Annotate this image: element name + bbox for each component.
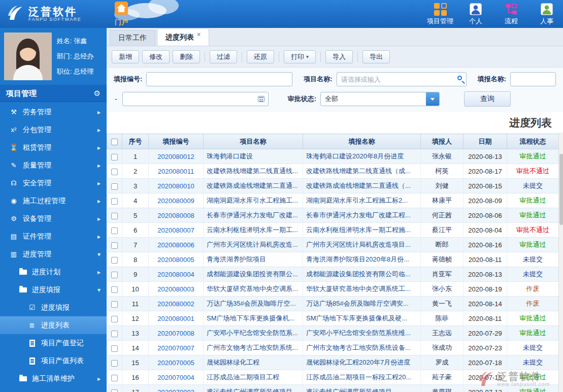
sidebar-item-lease[interactable]: ⌛租赁管理▸ [0, 139, 107, 156]
cell-report-no[interactable]: 2020070004 [149, 370, 204, 385]
cell-report-name[interactable]: 改建铁路成渝线增建第二直通线（... [303, 179, 421, 193]
print-button[interactable]: 打印▾ [284, 50, 316, 63]
column-header[interactable]: 填报人 [421, 134, 463, 149]
row-checkbox[interactable] [111, 286, 118, 293]
column-header[interactable]: 流程状态 [507, 134, 559, 149]
sidebar-item-quality[interactable]: ✎质量管理▸ [0, 156, 107, 174]
cell-report-name[interactable]: 江苏成品油二期项目一标段工程20... [303, 370, 421, 385]
cell-report-no[interactable]: 2020080002 [149, 297, 204, 311]
cell-report-no[interactable]: 2020080004 [149, 267, 204, 282]
row-checkbox[interactable] [111, 257, 118, 264]
row-checkbox[interactable] [111, 375, 118, 381]
tab-daily-work[interactable]: 日常工作 [110, 30, 155, 46]
nav-hr[interactable]: 人事 [532, 2, 562, 26]
cell-report-name[interactable]: 长春市伊通河水力发电厂改建工程... [303, 208, 421, 223]
sidebar-section-project-management[interactable]: 项目管理 ⚙ [0, 85, 107, 102]
cell-report-name[interactable]: 华软大厦研究基地中央空调系统工... [303, 282, 421, 297]
cell-project-name[interactable]: 江苏成品油二期项目工程 [204, 370, 303, 385]
sidebar-item-equipment[interactable]: ⚙设备管理▸ [0, 210, 107, 227]
cell-report-no[interactable]: 2020080011 [149, 164, 204, 179]
gear-icon[interactable]: ⚙ [94, 89, 101, 98]
cell-report-no[interactable]: 2020080005 [149, 252, 204, 267]
row-checkbox[interactable] [111, 272, 118, 278]
cell-project-name[interactable]: 广州市天河区统计局机房改造... [204, 238, 303, 252]
row-checkbox[interactable] [111, 242, 118, 249]
cell-report-name[interactable]: 广安邓小平纪念馆安全防范系统维... [303, 326, 421, 341]
vertical-scrollbar[interactable] [558, 133, 563, 392]
cell-report-no[interactable]: 2020080001 [149, 311, 204, 326]
cell-report-no[interactable]: 2020070005 [149, 355, 204, 370]
row-checkbox[interactable] [111, 227, 118, 234]
cell-report-name[interactable]: 睿运专线广州调度所装修项目 [303, 385, 421, 392]
row-checkbox[interactable] [111, 198, 118, 205]
row-checkbox[interactable] [111, 360, 118, 367]
cell-project-name[interactable]: 成都能源建设集团投资有限公... [204, 267, 303, 282]
cell-report-name[interactable]: 湖南洞庭湖水库引水工程施工标2... [303, 193, 421, 208]
row-checkbox[interactable] [111, 169, 118, 175]
cell-report-no[interactable]: 2020070003 [149, 385, 204, 392]
edit-button[interactable]: 修改 [142, 50, 170, 63]
cell-report-name[interactable]: 改建铁路线增建第二线直通线（成... [303, 164, 421, 179]
new-button[interactable]: 新增 [112, 50, 139, 63]
sidebar-item-progress-fill[interactable]: 进度填报▾ [0, 281, 107, 299]
calendar-icon[interactable] [258, 96, 264, 102]
row-checkbox[interactable] [111, 154, 118, 160]
cell-project-name[interactable]: 湖南洞庭湖水库引水工程施工... [204, 193, 303, 208]
cell-report-no[interactable]: 2020080008 [149, 208, 204, 223]
sidebar-item-certificate[interactable]: ▤证件管理▸ [0, 227, 107, 245]
project-name-input[interactable] [337, 72, 467, 86]
nav-process[interactable]: 流程 [496, 2, 526, 26]
cell-project-name[interactable]: 华软大厦研究基地中央空调系... [204, 282, 303, 297]
row-checkbox[interactable] [111, 301, 118, 308]
select-all-checkbox[interactable] [111, 139, 118, 145]
filter-button[interactable]: 过滤 [210, 50, 237, 63]
sidebar-item-output-list[interactable]: 项目产值列表 [0, 352, 107, 370]
sidebar-item-subcontract[interactable]: x²分包管理▸ [0, 121, 107, 139]
cell-project-name[interactable]: 珠海鹤港口建设 [204, 149, 303, 164]
sidebar-item-labor[interactable]: ⚒劳务管理▸ [0, 103, 107, 121]
cell-report-no[interactable]: 2020080007 [149, 223, 204, 238]
sidebar-item-progress-list[interactable]: ≣进度列表 [0, 316, 107, 334]
cell-project-name[interactable]: 万达广场35#会所及咖啡厅空... [204, 297, 303, 311]
cell-report-name[interactable]: 广州市文物考古工地安防系统设备... [303, 341, 421, 355]
nav-portal[interactable]: 门户 [107, 1, 136, 27]
row-checkbox[interactable] [111, 183, 118, 190]
cell-report-no[interactable]: 2020080009 [149, 193, 204, 208]
import-button[interactable]: 导入 [325, 50, 353, 63]
row-checkbox[interactable] [111, 389, 118, 392]
sidebar-item-progress-fill-form[interactable]: ☑进度填报 [0, 299, 107, 316]
row-checkbox[interactable] [111, 331, 118, 337]
sidebar-item-progress[interactable]: ▥进度管理▾ [0, 245, 107, 263]
cell-project-name[interactable]: 云南水利枢纽潜明水库一期工... [204, 223, 303, 238]
column-header[interactable]: 填报名称 [303, 134, 421, 149]
cell-report-name[interactable]: 云南水利枢纽潜明水库一期工程施... [303, 223, 421, 238]
cell-report-no[interactable]: 2020070007 [149, 341, 204, 355]
row-checkbox[interactable] [111, 213, 118, 219]
cell-project-name[interactable]: 广安邓小平纪念馆安全防范系... [204, 326, 303, 341]
cell-report-name[interactable]: 广州市天河区统计局机房改造项目... [303, 238, 421, 252]
row-checkbox[interactable] [111, 316, 118, 322]
tab-progress-list[interactable]: 进度列表× [157, 28, 209, 46]
nav-personal[interactable]: 个人 [460, 2, 491, 26]
column-header[interactable]: 填报编号 [149, 134, 204, 149]
close-icon[interactable]: × [197, 31, 201, 38]
column-header[interactable]: 项目名称 [204, 134, 303, 149]
row-checkbox[interactable] [111, 345, 118, 352]
cell-project-name[interactable]: 青海洪湖养护院项目 [204, 252, 303, 267]
report-no-input[interactable] [146, 72, 292, 86]
cell-report-no[interactable]: 2020070008 [149, 326, 204, 341]
report-name-input[interactable] [510, 72, 556, 86]
column-header[interactable]: 日期 [463, 134, 507, 149]
cell-project-name[interactable]: 睿运专线广州调度所装修项目 [204, 385, 303, 392]
cell-report-name[interactable]: 珠海鹤港口建设2020年8月份进度 [303, 149, 421, 164]
sidebar-item-construction-process[interactable]: ◉施工过程管理▸ [0, 192, 107, 210]
query-button[interactable]: 查询 [464, 91, 511, 107]
cell-project-name[interactable]: SM广场地下车库更换摄像机... [204, 311, 303, 326]
sidebar-item-progress-plan[interactable]: 进度计划▸ [0, 263, 107, 281]
approval-status-select[interactable]: 全部 [320, 92, 440, 106]
cell-project-name[interactable]: 改建铁路线增建第二线直通线... [204, 164, 303, 179]
select-caret-icon[interactable] [426, 92, 439, 106]
nav-project-management[interactable]: 项目管理 [425, 2, 455, 26]
cell-report-name[interactable]: 青海洪湖养护院项目2020年8月份... [303, 252, 421, 267]
cell-report-name[interactable]: 晟铭园林绿化工程2020年7月份进度 [303, 355, 421, 370]
